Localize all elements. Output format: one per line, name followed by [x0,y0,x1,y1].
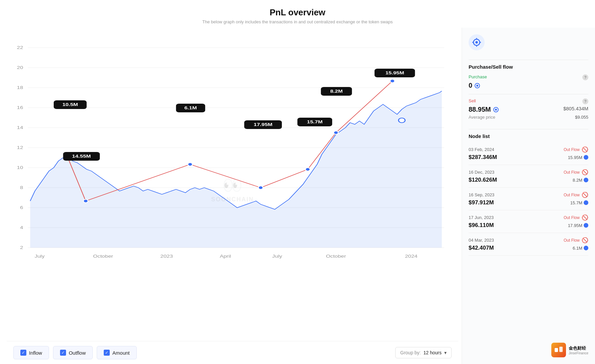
avg-price-label: Average price [469,115,495,120]
inflow-label: Inflow [29,350,42,356]
group-by-label: Group by: [400,350,421,355]
svg-text:14: 14 [17,125,23,130]
node-outflow-2: Out Flow [564,193,580,197]
svg-text:4: 4 [20,225,23,230]
node-item-2: 16 Sep, 2023 Out Flow 🚫 $97.912M 15.7M [469,188,588,210]
node-tokens-2: 15.7M [570,200,588,205]
hide-icon-2[interactable]: 🚫 [582,192,588,198]
svg-point-33 [334,131,338,134]
purchase-label: Purchase [469,74,487,79]
brand-area: 金色财经 JinseFinance [469,336,588,357]
node-tokens-4: 6.1M [573,246,588,251]
sell-usd-value: $805.434M [563,106,588,111]
node-item-4: 04 Mar, 2023 Out Flow 🚫 $42.407M 6.1M [469,233,588,256]
node-date-3: 17 Jun, 2023 [469,215,494,220]
svg-text:15.7M: 15.7M [307,120,323,124]
node-item-1: 16 Dec, 2023 Out Flow 🚫 $120.626M 8.2M [469,165,588,188]
node-amount-2: $97.912M [469,199,494,206]
brand-logo: 金色财经 JinseFinance [551,343,588,357]
sell-value: 88.95M [469,106,499,113]
section-title-flow: Purchase/Sell flow [469,64,588,70]
node-tokens-3: 17.95M [568,223,588,228]
svg-rect-68 [555,348,558,352]
node-amount-3: $96.110M [469,222,494,229]
node-outflow-4: Out Flow [564,238,580,243]
svg-text:October: October [93,254,113,258]
node-date-0: 03 Feb, 2024 [469,147,494,152]
svg-text:6: 6 [20,205,23,210]
legend-amount[interactable]: ✓ Amount [97,346,137,359]
amount-checkbox[interactable]: ✓ [104,350,110,356]
svg-text:July: July [35,254,45,258]
divider-2 [469,94,588,94]
svg-text:2024: 2024 [405,254,418,258]
node-item-3: 17 Jun, 2023 Out Flow 🚫 $96.110M 17.95M [469,210,588,233]
sell-info-icon[interactable]: ? [582,98,588,104]
svg-text:10.5M: 10.5M [62,102,78,107]
legend-bar: ✓ Inflow ✓ Outflow ✓ Amount Group by: 12… [7,341,458,364]
node-date-1: 16 Dec, 2023 [469,170,494,175]
inflow-checkbox[interactable]: ✓ [20,350,26,356]
brand-tagline: JinseFinance [569,351,588,355]
svg-text:16: 16 [17,105,23,110]
purchase-value: 0 [469,82,588,89]
token-icon [469,34,485,50]
svg-point-59 [475,41,478,44]
svg-text:8.2M: 8.2M [330,89,343,93]
svg-point-30 [188,163,192,166]
node-outflow-3: Out Flow [564,215,580,220]
avg-price-row: Average price $9.055 [469,115,588,120]
outflow-checkbox[interactable]: ✓ [60,350,66,356]
hide-icon-1[interactable]: 🚫 [582,169,588,175]
divider-3 [469,129,588,129]
svg-text:April: April [220,254,231,258]
svg-text:October: October [326,254,346,258]
sell-value-row: 88.95M $805.434M [469,106,588,113]
svg-text:July: July [272,254,282,258]
legend-inflow[interactable]: ✓ Inflow [13,346,49,359]
node-outflow-1: Out Flow [564,170,580,175]
svg-text:18: 18 [17,85,23,90]
outflow-label: Outflow [69,350,86,356]
amount-label: Amount [112,350,130,356]
page-title: PnL overview [0,7,595,18]
node-list-section: Node list 03 Feb, 2024 Out Flow 🚫 $287.3… [469,133,588,256]
node-date-4: 04 Mar, 2023 [469,238,494,243]
hide-icon-0[interactable]: 🚫 [582,146,588,153]
right-panel: Purchase/Sell flow Purchase ? 0 Sell ? 8… [462,28,595,364]
svg-point-32 [306,168,310,171]
svg-text:17.95M: 17.95M [253,122,272,127]
hide-icon-3[interactable]: 🚫 [582,214,588,221]
node-tokens-0: 15.95M [568,155,588,160]
page-subtitle: The below graph only includes the transa… [0,19,595,24]
svg-point-35 [399,118,405,123]
svg-text:15.95M: 15.95M [385,71,404,75]
purchase-info-icon[interactable]: ? [582,74,588,80]
divider-1 [469,60,588,60]
node-tokens-1: 8.2M [573,178,588,183]
svg-point-65 [476,85,478,87]
svg-text:14.55M: 14.55M [72,154,91,158]
purchase-sell-section: Purchase/Sell flow Purchase ? 0 Sell ? 8… [469,64,588,125]
svg-point-31 [258,186,263,189]
svg-point-29 [83,199,88,203]
chevron-down-icon: ▾ [444,350,447,355]
svg-text:2023: 2023 [160,254,173,258]
node-outflow-0: Out Flow [564,147,580,152]
node-date-2: 16 Sep, 2023 [469,192,494,197]
node-amount-0: $287.346M [469,154,497,161]
brand-icon [551,343,566,357]
sell-row-header: Sell ? [469,98,588,104]
svg-line-25 [261,169,308,188]
node-amount-1: $120.626M [469,177,497,183]
svg-text:20: 20 [17,65,23,70]
brand-name: 金色财经 [569,345,588,351]
legend-outflow[interactable]: ✓ Outflow [53,346,93,359]
svg-text:8: 8 [20,185,23,190]
svg-text:2: 2 [20,245,23,250]
avg-price-value: $9.055 [575,115,588,120]
svg-point-67 [495,109,497,111]
hide-icon-4[interactable]: 🚫 [582,237,588,243]
group-by-selector[interactable]: Group by: 12 hours ▾ [395,347,452,358]
svg-text:6.1M: 6.1M [184,106,197,110]
